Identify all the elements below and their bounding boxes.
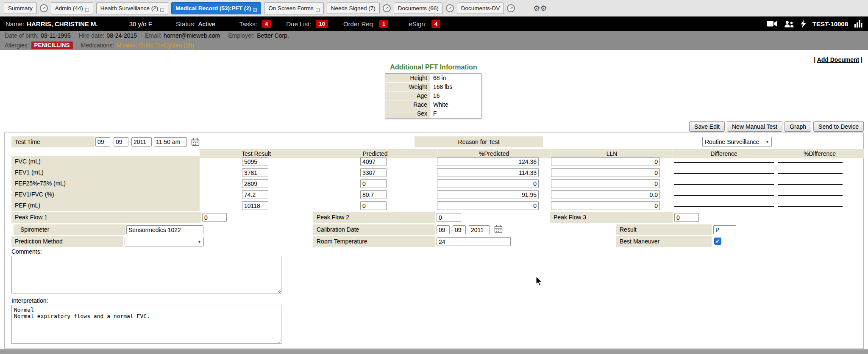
- fef-test-result-input[interactable]: [242, 179, 268, 188]
- peak-flow-2-input[interactable]: [437, 213, 461, 222]
- patient-header-tools: TEST-10008: [767, 20, 862, 28]
- tab-documents-dv[interactable]: Documents-DV: [457, 3, 504, 14]
- popout-mini-icon: [316, 8, 320, 12]
- fev1-predicted-input[interactable]: [360, 168, 387, 177]
- fev1-pct-predicted-input[interactable]: [437, 168, 539, 177]
- race-label: Race: [385, 100, 430, 109]
- age-label: Age: [385, 91, 430, 100]
- tasks-label: Tasks:: [239, 20, 257, 28]
- add-document-link[interactable]: Add Document: [817, 56, 860, 63]
- comments-textarea[interactable]: [11, 256, 281, 293]
- fev1-difference-line: [674, 167, 774, 174]
- fev1-row-label: FEV1 (mL): [11, 167, 200, 178]
- medications-links[interactable]: Miralax, Ortho Tri-Cyclen (28): [116, 42, 194, 49]
- lightning-icon[interactable]: [801, 20, 806, 28]
- reason-for-test-select[interactable]: Routine Surveillance▼: [702, 137, 772, 147]
- fef-lln-input[interactable]: [551, 179, 660, 188]
- best-maneuver-checkbox[interactable]: ✓: [714, 238, 721, 245]
- date-separator: -: [451, 225, 453, 235]
- test-time-label: Test Time: [11, 136, 95, 147]
- arrow-up-right-icon: ↗: [509, 6, 513, 11]
- order-req-count-badge[interactable]: 1: [379, 20, 388, 28]
- tab-admin[interactable]: Admin (44): [51, 2, 93, 14]
- popout-icon[interactable]: ↗: [40, 4, 48, 12]
- pef-pct-difference-line: [778, 200, 843, 207]
- fef-pct-difference-line: [778, 178, 843, 185]
- pef-test-result-input[interactable]: [242, 201, 268, 210]
- tab-medical-record-pft[interactable]: Medical Record (53):PFT (2): [171, 2, 261, 14]
- age-value: 16: [430, 91, 481, 100]
- test-time-day-input[interactable]: [114, 137, 128, 147]
- fev1fvc-lln-input[interactable]: [551, 190, 660, 199]
- spirometer-input[interactable]: [126, 225, 203, 234]
- peak-flow-1-input[interactable]: [202, 213, 227, 222]
- peak-flow-2-label: Peak Flow 2: [313, 212, 435, 223]
- demographics-bar: Date of birth: 03-11-1995 Hire date: 08-…: [0, 31, 868, 40]
- fev1-lln-input[interactable]: [551, 168, 660, 177]
- pft-info-row: Age16: [385, 91, 481, 100]
- room-temperature-label: Room Temperature: [313, 236, 435, 247]
- interpretation-textarea[interactable]: Normal Normal expiratory flows and a nor…: [11, 305, 281, 344]
- calibration-day-input[interactable]: [453, 225, 466, 234]
- calendar-icon[interactable]: [191, 138, 200, 146]
- arrow-up-right-icon: ↗: [42, 6, 46, 11]
- pft-info-row: RaceWhite: [385, 100, 481, 109]
- fef-pct-predicted-input[interactable]: [437, 179, 539, 188]
- popout-icon[interactable]: ↗: [383, 4, 391, 12]
- fev1fvc-pct-predicted-input[interactable]: [437, 190, 539, 199]
- popout-mini-icon: [85, 8, 89, 12]
- graph-button[interactable]: Graph: [785, 121, 811, 132]
- fef-row-label: FEF25%-75% (mL): [11, 178, 200, 189]
- peak-flow-3-label: Peak Flow 3: [550, 212, 673, 223]
- new-manual-test-button[interactable]: New Manual Test: [727, 121, 782, 132]
- fef-predicted-input[interactable]: [360, 179, 387, 188]
- calibration-month-input[interactable]: [437, 225, 450, 234]
- tab-needs-signed[interactable]: Needs Signed (7): [327, 3, 380, 14]
- peak-flow-1-label: Peak Flow 1: [11, 212, 201, 223]
- tasks-count-badge[interactable]: 4: [262, 20, 271, 28]
- result-input[interactable]: [713, 225, 736, 234]
- fev1fvc-pct-difference-line: [778, 189, 843, 196]
- due-list-count-badge[interactable]: 10: [316, 20, 328, 28]
- calendar-icon[interactable]: [494, 225, 503, 233]
- calibration-year-input[interactable]: [469, 225, 490, 234]
- prediction-method-select[interactable]: ▼: [125, 237, 204, 246]
- allergy-badge[interactable]: PENICILLINS: [31, 41, 73, 49]
- popout-icon[interactable]: ↗: [507, 4, 515, 12]
- fvc-test-result-input[interactable]: [242, 157, 268, 166]
- test-time-month-input[interactable]: [95, 137, 110, 147]
- height-label: Height: [385, 74, 430, 83]
- fvc-predicted-input[interactable]: [360, 157, 387, 166]
- fvc-pct-predicted-input[interactable]: [437, 157, 539, 166]
- peak-flow-3-input[interactable]: [674, 213, 699, 222]
- pef-pct-predicted-input[interactable]: [437, 201, 539, 210]
- fvc-row-label: FVC (mL): [11, 156, 200, 167]
- bar-chart-icon[interactable]: [854, 20, 862, 28]
- people-icon[interactable]: [784, 20, 794, 28]
- save-edit-button[interactable]: Save Edit: [689, 121, 725, 132]
- video-camera-icon[interactable]: [767, 20, 777, 27]
- date-separator: -: [467, 225, 469, 235]
- employee-id: TEST-10008: [812, 20, 848, 28]
- allergies-bar: Allergies: PENICILLINS Medications: Mira…: [0, 40, 868, 50]
- pef-predicted-input[interactable]: [360, 201, 387, 210]
- send-to-device-button[interactable]: Send to Device: [813, 121, 864, 132]
- esign-count-badge[interactable]: 4: [431, 20, 440, 28]
- tab-on-screen-forms[interactable]: On Screen Forms: [264, 2, 324, 14]
- fev1fvc-predicted-input[interactable]: [360, 190, 387, 199]
- room-temperature-input[interactable]: [437, 237, 511, 246]
- popout-icon[interactable]: ↗: [446, 4, 454, 12]
- tab-health-surveillance[interactable]: Health Surveillance (2): [96, 2, 169, 14]
- fev1-test-result-input[interactable]: [242, 168, 268, 177]
- tab-label: Health Surveillance (2): [100, 5, 159, 11]
- tab-summary[interactable]: Summary: [4, 3, 37, 14]
- tab-label: Medical Record (53):PFT (2): [175, 5, 251, 11]
- tab-documents[interactable]: Documents (66): [394, 3, 443, 14]
- test-time-clock-input[interactable]: [154, 137, 187, 147]
- test-time-year-input[interactable]: [131, 137, 152, 147]
- settings-gear-icon[interactable]: ⚙⚙: [533, 4, 547, 13]
- pef-lln-input[interactable]: [551, 201, 660, 210]
- fev1fvc-test-result-input[interactable]: [242, 190, 268, 199]
- fvc-lln-input[interactable]: [551, 157, 660, 166]
- patient-status: Active: [198, 20, 216, 28]
